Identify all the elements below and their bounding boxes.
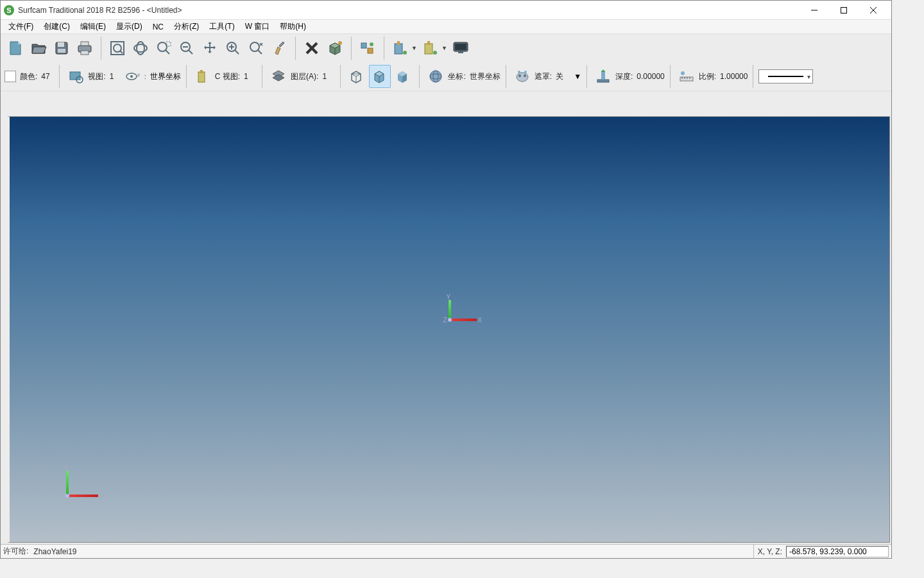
globe-icon	[427, 68, 444, 85]
triad-origin	[448, 318, 452, 322]
menu-edit[interactable]: 编辑(E)	[75, 20, 111, 33]
svg-point-39	[370, 42, 373, 46]
view-icon	[67, 68, 84, 85]
depth-value: 0.00000	[637, 72, 664, 81]
svg-point-52	[130, 75, 133, 78]
view-button[interactable]	[65, 65, 87, 88]
svg-line-20	[166, 50, 169, 54]
svg-rect-10	[58, 49, 65, 53]
open-file-button[interactable]	[28, 37, 49, 60]
separator	[419, 65, 420, 88]
monitor-icon	[451, 39, 470, 58]
svg-point-42	[403, 51, 407, 55]
transform-button[interactable]	[324, 37, 346, 60]
color-picker[interactable]: 颜色: 47	[4, 71, 54, 82]
shaded-button[interactable]	[392, 65, 414, 88]
world-cs-button[interactable]: z	[124, 65, 143, 88]
svg-point-45	[433, 51, 437, 55]
toolbar-spacer	[1, 91, 891, 116]
mask-value: 关	[556, 71, 569, 82]
menu-window[interactable]: W 窗口	[240, 20, 275, 33]
x-axis-label: X	[478, 317, 483, 324]
depth-field: 深度: 0.00000	[615, 71, 665, 82]
x-axis-label: X	[99, 493, 104, 500]
cview-button[interactable]	[192, 65, 214, 88]
scale-button[interactable]	[676, 65, 697, 88]
delete-button[interactable]	[301, 37, 323, 60]
menu-file[interactable]: 文件(F)	[3, 20, 38, 33]
menu-display[interactable]: 显示(D)	[111, 20, 148, 33]
zoom-window-button[interactable]	[153, 37, 175, 60]
coord-value: 世界坐标	[470, 71, 501, 82]
separator	[670, 65, 671, 88]
linestyle-select[interactable]	[758, 69, 813, 83]
cview-value: 1	[244, 72, 257, 81]
folder-open-icon	[30, 39, 47, 57]
view-label: 视图:	[88, 71, 105, 82]
zoom-extents-button[interactable]	[107, 37, 128, 60]
svg-rect-9	[58, 42, 64, 47]
mask-label: 遮罩:	[535, 71, 552, 82]
separator	[186, 65, 187, 88]
zoom-in-button[interactable]	[222, 37, 244, 60]
zoom-out-button[interactable]	[245, 37, 267, 60]
layer-label: 图层(A):	[291, 71, 318, 82]
color-label: 颜色:	[20, 71, 37, 82]
separator	[262, 65, 262, 88]
svg-point-70	[517, 73, 528, 82]
layer-button[interactable]	[268, 65, 289, 88]
close-button[interactable]	[859, 1, 888, 20]
nc-mill-dropdown[interactable]: ▼	[389, 39, 418, 58]
3d-viewport[interactable]: Y X Z Y X Z	[7, 116, 890, 543]
save-button[interactable]	[51, 37, 73, 60]
separator	[59, 65, 60, 88]
triad-origin	[65, 494, 69, 498]
svg-rect-48	[458, 51, 463, 53]
menu-analyze[interactable]: 分析(Z)	[169, 20, 204, 33]
separator	[586, 65, 587, 88]
zoom-previous-button[interactable]	[176, 37, 198, 60]
redraw-button[interactable]	[268, 37, 290, 60]
wireframe-button[interactable]	[346, 65, 368, 88]
color-swatch[interactable]	[4, 71, 16, 82]
y-axis	[449, 300, 451, 319]
svg-marker-7	[32, 47, 46, 53]
x-axis	[67, 495, 98, 497]
minimize-button[interactable]	[800, 1, 829, 20]
svg-point-36	[338, 41, 342, 45]
menu-nc[interactable]: NC	[148, 21, 169, 33]
nc-verify-button[interactable]	[450, 37, 472, 60]
rotate-view-button[interactable]	[130, 37, 151, 60]
app-icon: S	[4, 5, 14, 15]
mask-dropdown-caret[interactable]: ▼	[574, 72, 581, 81]
shaded-edges-button[interactable]	[369, 65, 391, 88]
svg-rect-37	[361, 43, 366, 48]
y-axis	[66, 471, 69, 495]
separator	[384, 37, 384, 60]
pan-button[interactable]	[199, 37, 221, 60]
menu-help[interactable]: 帮助(H)	[275, 20, 311, 33]
operations-button[interactable]	[357, 37, 379, 60]
svg-rect-13	[81, 51, 89, 55]
mask-button[interactable]	[511, 65, 533, 88]
save-icon	[53, 39, 71, 57]
linestyle-preview	[768, 76, 803, 77]
maximize-button[interactable]	[829, 1, 859, 20]
titlebar: S Surfcam Traditional 2018 R2 B2596 - <U…	[1, 1, 891, 20]
separator	[340, 65, 341, 88]
coord-label: 坐标:	[448, 71, 465, 82]
nc-mill-icon	[391, 39, 410, 58]
menu-create[interactable]: 创建(C)	[38, 20, 75, 33]
depth-button[interactable]	[592, 65, 614, 88]
separator	[295, 37, 296, 60]
svg-point-19	[158, 42, 167, 51]
print-button[interactable]	[74, 37, 96, 60]
zoom-fit-icon	[108, 39, 126, 57]
new-file-button[interactable]	[4, 37, 26, 60]
depth-icon	[595, 68, 612, 85]
coord-sys-button[interactable]	[425, 65, 447, 88]
statusbar: 许可给: ZhaoYafei19 X, Y, Z: -68.578, 93.23…	[1, 544, 891, 558]
y-axis-label: Y	[447, 293, 451, 301]
nc-lathe-dropdown[interactable]: ▼	[420, 39, 449, 58]
menu-tools[interactable]: 工具(T)	[204, 20, 239, 33]
